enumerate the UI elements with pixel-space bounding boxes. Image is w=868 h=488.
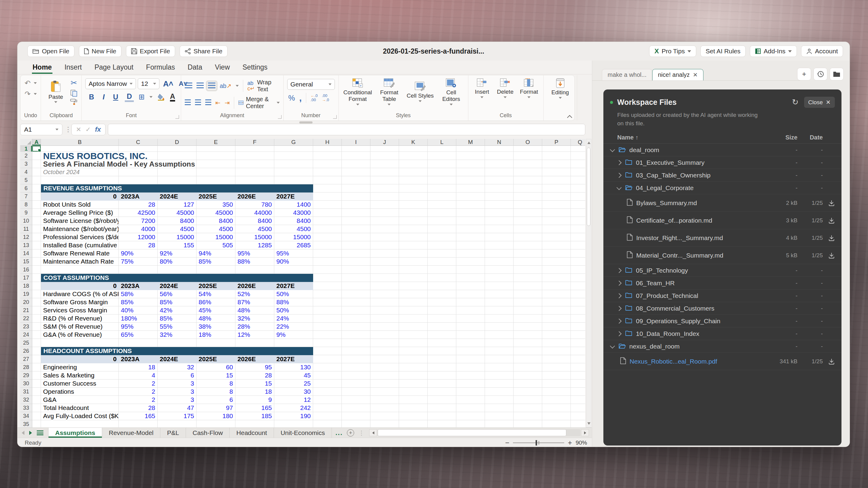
- row-header-15[interactable]: 15: [20, 258, 32, 266]
- name-box[interactable]: A1: [20, 124, 62, 135]
- cell-E24[interactable]: 18%: [196, 331, 236, 339]
- cell-I2[interactable]: [342, 152, 370, 160]
- col-header-M[interactable]: M: [456, 139, 485, 146]
- row-header-7[interactable]: 7: [20, 193, 32, 201]
- cell-L35[interactable]: [428, 420, 456, 427]
- cell-I9[interactable]: [342, 209, 370, 217]
- cell-Q5[interactable]: [571, 176, 585, 184]
- sheet-tab-pl[interactable]: P&L: [160, 428, 186, 438]
- cell-D24[interactable]: 32%: [158, 331, 196, 339]
- sheet-tab-revenue-model[interactable]: Revenue-Model: [102, 428, 160, 438]
- file-row-Bylaws_Summary.md[interactable]: Bylaws_Summary.md2 kB1/25: [603, 194, 841, 212]
- file-name[interactable]: Material_Contr..._Summary.md: [636, 252, 723, 259]
- cell-H4[interactable]: [313, 168, 342, 176]
- col-header-H[interactable]: H: [313, 139, 342, 146]
- cell-E2[interactable]: [196, 152, 236, 160]
- cell-M28[interactable]: [456, 363, 485, 371]
- cell-J10[interactable]: [370, 217, 399, 225]
- cell-G1[interactable]: [274, 146, 313, 152]
- vertical-scrollbar[interactable]: [586, 139, 591, 427]
- cell-P14[interactable]: [542, 250, 571, 258]
- cell-E3[interactable]: [196, 160, 236, 168]
- row-header-29[interactable]: 29: [20, 371, 32, 380]
- cell-Q29[interactable]: [571, 371, 585, 380]
- cell-D34[interactable]: 175: [158, 412, 196, 420]
- conditional-format-button[interactable]: ≠ Conditional Format: [342, 78, 373, 105]
- cell-E10[interactable]: 8400: [196, 217, 236, 225]
- horizontal-scrollbar[interactable]: [369, 429, 589, 436]
- chevron-right-icon[interactable]: [617, 173, 622, 178]
- cell-D3[interactable]: [158, 160, 196, 168]
- cell-B6[interactable]: REVENUE ASSUMPTIONS: [41, 184, 313, 193]
- cell-P5[interactable]: [542, 176, 571, 184]
- cell-G8[interactable]: 1400: [274, 201, 313, 209]
- cell-A18[interactable]: [32, 282, 41, 290]
- cell-M17[interactable]: [456, 274, 485, 282]
- cell-J29[interactable]: [370, 371, 399, 380]
- col-header-D[interactable]: D: [158, 139, 196, 146]
- cell-D7[interactable]: 2024E: [158, 193, 196, 201]
- cell-K32[interactable]: [399, 396, 428, 404]
- cell-L13[interactable]: [428, 241, 456, 250]
- cell-H28[interactable]: [313, 363, 342, 371]
- chevron-right-icon[interactable]: [617, 160, 622, 165]
- cell-J3[interactable]: [370, 160, 399, 168]
- cell-G10[interactable]: 8400: [274, 217, 313, 225]
- cell-J2[interactable]: [370, 152, 399, 160]
- cell-M16[interactable]: [456, 266, 485, 274]
- cell-P17[interactable]: [542, 274, 571, 282]
- cell-D14[interactable]: 92%: [158, 250, 196, 258]
- row-header-4[interactable]: 4: [20, 168, 32, 176]
- borders-chevron[interactable]: [150, 96, 153, 98]
- close-tab-icon[interactable]: ✕: [693, 71, 698, 78]
- increase-font-button[interactable]: A˄: [161, 79, 175, 89]
- cell-A29[interactable]: [32, 371, 41, 380]
- cell-A20[interactable]: [32, 298, 41, 306]
- cell-C19[interactable]: 58%: [119, 290, 158, 298]
- format-table-button[interactable]: Format Table: [376, 78, 402, 105]
- cell-B18[interactable]: 0: [41, 282, 119, 290]
- cell-A32[interactable]: [32, 396, 41, 404]
- cell-F20[interactable]: 87%: [236, 298, 274, 306]
- cell-C24[interactable]: 65%: [119, 331, 158, 339]
- cell-B20[interactable]: Software Gross Margin: [41, 298, 119, 306]
- open-file-button[interactable]: Open File: [27, 45, 74, 57]
- insert-cells-button[interactable]: Insert: [472, 78, 492, 98]
- cell-A31[interactable]: [32, 388, 41, 396]
- cell-E18[interactable]: 2025E: [196, 282, 236, 290]
- cell-Q15[interactable]: [571, 258, 585, 266]
- row-header-2[interactable]: 2: [20, 152, 32, 160]
- cell-A21[interactable]: [32, 306, 41, 315]
- cell-K12[interactable]: [399, 233, 428, 241]
- vertical-scroll-thumb[interactable]: [587, 148, 590, 226]
- percent-style-button[interactable]: %: [288, 94, 295, 102]
- cell-B29[interactable]: Sales & Marketing: [41, 371, 119, 380]
- cell-J17[interactable]: [370, 274, 399, 282]
- cell-H12[interactable]: [313, 233, 342, 241]
- cell-O9[interactable]: [514, 209, 542, 217]
- cell-O32[interactable]: [514, 396, 542, 404]
- cell-E8[interactable]: 350: [196, 201, 236, 209]
- file-name[interactable]: 03_Cap_Table_Ownership: [636, 172, 711, 179]
- cell-G33[interactable]: 242: [274, 404, 313, 412]
- cell-I10[interactable]: [342, 217, 370, 225]
- add-sheet-button[interactable]: +: [347, 429, 354, 436]
- cell-P21[interactable]: [542, 306, 571, 315]
- cell-K13[interactable]: [399, 241, 428, 250]
- cell-O17[interactable]: [514, 274, 542, 282]
- cell-Q27[interactable]: [571, 355, 585, 363]
- cell-N9[interactable]: [485, 209, 514, 217]
- cell-F2[interactable]: [236, 152, 274, 160]
- cell-H14[interactable]: [313, 250, 342, 258]
- cell-O11[interactable]: [514, 225, 542, 233]
- cell-K14[interactable]: [399, 250, 428, 258]
- cell-J31[interactable]: [370, 388, 399, 396]
- cell-Q25[interactable]: [571, 339, 585, 347]
- cell-F35[interactable]: [236, 420, 274, 427]
- row-header-23[interactable]: 23: [20, 323, 32, 331]
- cell-M1[interactable]: [456, 146, 485, 152]
- cell-C8[interactable]: 28: [119, 201, 158, 209]
- cell-D16[interactable]: [158, 266, 196, 274]
- cell-E33[interactable]: 97: [196, 404, 236, 412]
- chevron-right-icon[interactable]: [617, 318, 622, 324]
